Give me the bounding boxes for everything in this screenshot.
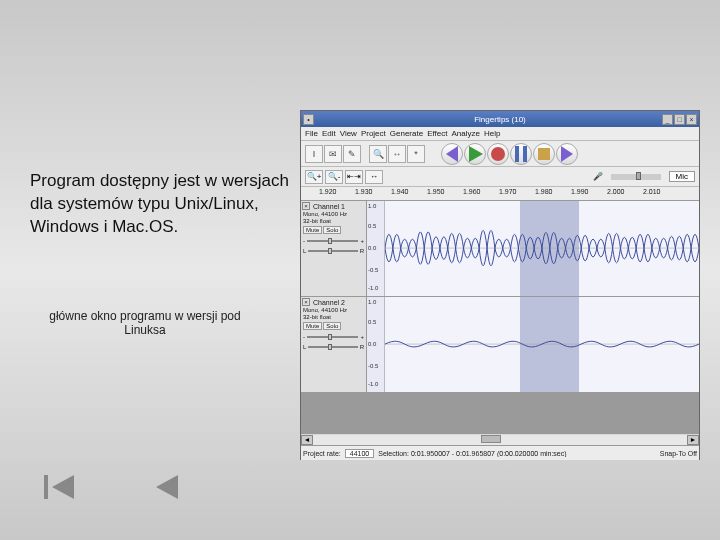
solo-button[interactable]: Solo (323, 322, 341, 330)
menu-view[interactable]: View (340, 129, 357, 138)
close-button[interactable]: × (686, 114, 697, 125)
ruler-tick: 1.930 (355, 188, 373, 195)
scrollbar-thumb[interactable] (481, 435, 501, 443)
ruler-tick: 1.990 (571, 188, 589, 195)
horizontal-scrollbar[interactable]: ◄ ► (301, 433, 699, 445)
ruler-tick: 1.950 (427, 188, 445, 195)
toolbar-main: I ✉ ✎ 🔍 ↔ * (301, 141, 699, 167)
ruler-tick: 1.960 (463, 188, 481, 195)
waveform-area[interactable]: 1.0 0.5 0.0 -0.5 -1.0 (367, 297, 699, 392)
track-bits: 32-bit float (303, 314, 364, 320)
svg-rect-4 (44, 475, 48, 499)
ruler-tick: 1.970 (499, 188, 517, 195)
pan-slider[interactable]: LR (303, 344, 364, 350)
input-source-select[interactable]: Mic (669, 171, 695, 182)
ruler-tick: 1.920 (319, 188, 337, 195)
first-slide-button[interactable] (40, 469, 84, 505)
zoom-out-icon[interactable]: 🔍- (325, 170, 343, 184)
zoom-in-icon[interactable]: 🔍+ (305, 170, 323, 184)
gain-slider[interactable]: -+ (303, 334, 364, 340)
track-format: Mono, 44100 Hz (303, 307, 364, 313)
skip-end-button[interactable] (556, 143, 578, 165)
skip-start-button[interactable] (441, 143, 463, 165)
ruler-tick: 1.980 (535, 188, 553, 195)
track-2: × Channel 2 Mono, 44100 Hz 32-bit float … (301, 297, 699, 393)
menu-generate[interactable]: Generate (390, 129, 423, 138)
project-rate-label: Project rate: (303, 450, 341, 457)
menu-effect[interactable]: Effect (427, 129, 447, 138)
menu-edit[interactable]: Edit (322, 129, 336, 138)
window-title: Fingertips (10) (474, 115, 526, 124)
envelope-tool-icon[interactable]: ✉ (324, 145, 342, 163)
mute-button[interactable]: Mute (303, 226, 322, 234)
amplitude-scale: 1.0 0.5 0.0 -0.5 -1.0 (367, 297, 385, 392)
toolbar-secondary: 🔍+ 🔍- ⇤⇥ ↔ 🎤 Mic (301, 167, 699, 187)
track-panel[interactable]: × Channel 2 Mono, 44100 Hz 32-bit float … (301, 297, 367, 392)
selection-tool-icon[interactable]: I (305, 145, 323, 163)
record-button[interactable] (487, 143, 509, 165)
time-ruler[interactable]: 1.920 1.930 1.940 1.950 1.960 1.970 1.98… (301, 187, 699, 201)
snap-status: Snap-To Off (660, 450, 697, 457)
gain-slider[interactable]: -+ (303, 238, 364, 244)
ruler-tick: 2.010 (643, 188, 661, 195)
track-panel[interactable]: × Channel 1 Mono, 44100 Hz 32-bit float … (301, 201, 367, 296)
mic-icon: 🎤 (593, 172, 603, 181)
mute-button[interactable]: Mute (303, 322, 322, 330)
solo-button[interactable]: Solo (323, 226, 341, 234)
track-format: Mono, 44100 Hz (303, 211, 364, 217)
caption-text: główne okno programu w wersji pod Linuks… (30, 309, 260, 337)
input-volume-slider[interactable] (636, 172, 641, 180)
maximize-button[interactable]: □ (674, 114, 685, 125)
svg-rect-1 (538, 148, 550, 160)
waveform-icon (385, 201, 699, 295)
track-area-empty (301, 393, 699, 433)
menubar: File Edit View Project Generate Effect A… (301, 127, 699, 141)
selection-readout: Selection: 0:01.950007 - 0:01.965807 (0:… (378, 450, 656, 457)
draw-tool-icon[interactable]: ✎ (343, 145, 361, 163)
scroll-left-icon[interactable]: ◄ (301, 435, 313, 445)
fit-project-icon[interactable]: ↔ (365, 170, 383, 184)
menu-file[interactable]: File (305, 129, 318, 138)
amplitude-scale: 1.0 0.5 0.0 -0.5 -1.0 (367, 201, 385, 296)
track-close-icon[interactable]: × (302, 298, 310, 306)
track-1: × Channel 1 Mono, 44100 Hz 32-bit float … (301, 201, 699, 297)
pause-button[interactable] (510, 143, 532, 165)
ruler-tick: 2.000 (607, 188, 625, 195)
sysmenu-icon[interactable]: • (303, 114, 314, 125)
fit-selection-icon[interactable]: ⇤⇥ (345, 170, 363, 184)
statusbar: Project rate: 44100 Selection: 0:01.9500… (301, 445, 699, 460)
timeshift-tool-icon[interactable]: ↔ (388, 145, 406, 163)
project-rate-value[interactable]: 44100 (345, 449, 374, 458)
titlebar: • Fingertips (10) _ □ × (301, 111, 699, 127)
svg-point-0 (491, 147, 505, 161)
prev-slide-button[interactable] (144, 469, 188, 505)
app-window: • Fingertips (10) _ □ × File Edit View P… (300, 110, 700, 460)
track-name[interactable]: Channel 2 (313, 299, 364, 306)
description-text: Program dostępny jest w wersjach dla sys… (30, 170, 290, 239)
waveform-icon (385, 297, 699, 391)
track-close-icon[interactable]: × (302, 202, 310, 210)
ruler-tick: 1.940 (391, 188, 409, 195)
zoom-tool-icon[interactable]: 🔍 (369, 145, 387, 163)
scroll-right-icon[interactable]: ► (687, 435, 699, 445)
minimize-button[interactable]: _ (662, 114, 673, 125)
stop-button[interactable] (533, 143, 555, 165)
track-bits: 32-bit float (303, 218, 364, 224)
multi-tool-icon[interactable]: * (407, 145, 425, 163)
pan-slider[interactable]: LR (303, 248, 364, 254)
waveform-area[interactable]: 1.0 0.5 0.0 -0.5 -1.0 (367, 201, 699, 296)
menu-project[interactable]: Project (361, 129, 386, 138)
track-name[interactable]: Channel 1 (313, 203, 364, 210)
slide-nav (40, 469, 188, 505)
menu-help[interactable]: Help (484, 129, 500, 138)
menu-analyze[interactable]: Analyze (451, 129, 479, 138)
play-button[interactable] (464, 143, 486, 165)
